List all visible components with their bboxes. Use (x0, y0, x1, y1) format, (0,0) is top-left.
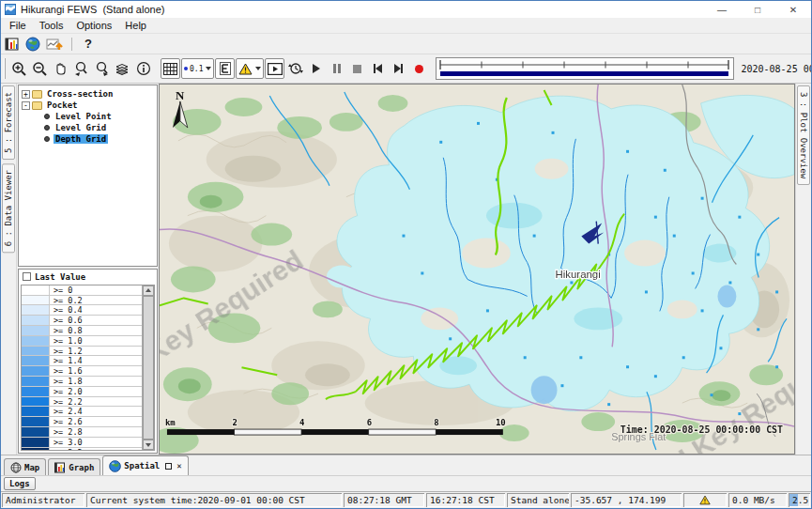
interval-dot-icon (184, 67, 188, 70)
tab-data-viewer[interactable]: 6 : Data Viewer (2, 163, 15, 253)
warnings-dropdown[interactable] (236, 58, 264, 79)
tab-plot-overview[interactable]: 3 : Plot Overview (797, 85, 810, 185)
tab-graph[interactable]: Graph (48, 458, 100, 475)
legend-swatch (22, 305, 50, 315)
close-button[interactable]: ✕ (775, 1, 811, 18)
layer-bullet-icon (44, 136, 50, 142)
status-warning-cell (683, 493, 727, 507)
explorer-icon[interactable] (5, 37, 20, 52)
elevation-labels-button[interactable] (215, 58, 235, 79)
play-button[interactable] (306, 58, 326, 79)
tree-node-label[interactable]: Level Grid (54, 123, 108, 132)
menu-file[interactable]: File (3, 18, 33, 33)
maximize-button[interactable]: □ (740, 1, 775, 18)
status-bar: Administrator Current system time:2020-0… (1, 491, 811, 508)
contour-interval-dropdown[interactable]: 0.1 (181, 58, 214, 79)
window-title: Hikurangi FEWS (Stand alone) (21, 4, 164, 15)
skip-to-end-button[interactable] (389, 58, 408, 79)
help-button[interactable]: ? (81, 37, 96, 51)
menu-options[interactable]: Options (69, 18, 118, 33)
tree-node-label[interactable]: Cross-section (45, 89, 115, 99)
legend-swatch (22, 336, 50, 346)
tab-close-icon[interactable]: ✕ (176, 461, 181, 470)
legend-swatch (22, 366, 50, 376)
legend-row: >= 1.4 (22, 356, 142, 366)
minimize-button[interactable]: — (704, 1, 740, 18)
interval-value: 0.1 (190, 65, 203, 73)
tab-map-label: Map (24, 463, 39, 472)
stop-button[interactable] (347, 58, 367, 79)
tree-node-cross-section[interactable]: + Cross-section (22, 88, 157, 100)
info-button[interactable] (133, 58, 153, 79)
map-view[interactable]: API Key Required API Key Required N Hiku… (159, 84, 795, 455)
svg-text:km: km (165, 418, 176, 427)
scroll-down-icon[interactable] (143, 440, 154, 450)
map-toolbar: 0.1 (1, 54, 811, 84)
legend-swatch (22, 296, 50, 305)
tab-spatial[interactable]: Spatial ✕ (102, 455, 188, 475)
tree-node-label[interactable]: Depth Grid (54, 134, 108, 144)
status-mode: Stand alone (507, 493, 569, 507)
tree-expander-icon[interactable]: - (22, 101, 30, 110)
legend-row: >= 1.0 (22, 336, 142, 347)
grid-display-button[interactable] (161, 58, 180, 79)
status-system-time: Current system time:2020-09-01 00:00 CST (86, 493, 342, 507)
right-tab-strip: 3 : Plot Overview (795, 84, 811, 455)
scroll-up-icon[interactable] (143, 285, 154, 296)
toolbar-grip[interactable] (4, 58, 6, 79)
status-coordinates: -35.657 , 174.199 (571, 493, 682, 507)
tab-restore-icon[interactable] (165, 463, 172, 470)
wireframe-globe-icon (10, 462, 22, 473)
tree-node-label[interactable]: Pocket (45, 100, 80, 110)
last-value-checkbox[interactable] (23, 272, 31, 281)
zoom-next-button[interactable] (92, 58, 112, 79)
spatial-globe-icon (109, 460, 121, 472)
legend-panel: Last Value >= 0 >= 0.2 >= 0.4 >= 0.6 >= … (18, 269, 158, 454)
menu-help[interactable]: Help (118, 18, 153, 33)
status-local-time: 16:27:18 CST (426, 493, 505, 507)
tree-node-depth-grid[interactable]: Depth Grid (22, 133, 157, 145)
tree-node-pocket[interactable]: - Pocket (22, 100, 157, 111)
legend-row: >= 2.4 (22, 407, 142, 417)
record-button[interactable] (409, 58, 429, 79)
bottom-tab-bar: Map Graph Spatial ✕ (1, 455, 811, 475)
tree-expander-icon[interactable]: + (22, 90, 30, 99)
svg-text:10: 10 (496, 418, 506, 427)
legend-swatch (22, 285, 50, 295)
svg-text:8: 8 (434, 418, 438, 427)
last-value-label: Last Value (35, 272, 85, 282)
svg-text:2: 2 (233, 418, 237, 427)
zoom-out-button[interactable] (30, 58, 50, 79)
zoom-in-button[interactable] (9, 58, 29, 79)
logs-button[interactable]: Logs (4, 477, 36, 490)
status-memory-gauge: 2.5 GB (789, 493, 810, 507)
legend-row: >= 0.2 (22, 296, 142, 306)
menu-tools[interactable]: Tools (33, 18, 70, 33)
time-settings-button[interactable] (285, 58, 305, 79)
warning-icon (699, 495, 711, 505)
timeseries-chart-icon[interactable] (46, 37, 63, 52)
tree-node-level-grid[interactable]: Level Grid (22, 122, 157, 133)
animation-button[interactable] (265, 58, 284, 79)
time-slider[interactable] (436, 57, 734, 80)
status-network-speed: 0.0 MB/s (728, 493, 787, 507)
pause-button[interactable] (327, 58, 346, 79)
tab-forecast[interactable]: 5 : Forecast (2, 85, 15, 160)
map-display-globe-icon[interactable] (25, 37, 40, 52)
layers-button[interactable] (113, 58, 132, 79)
skip-to-start-button[interactable] (368, 58, 388, 79)
legend-row: >= 2.8 (22, 427, 142, 438)
tree-node-label[interactable]: Level Point (54, 112, 114, 121)
scrollbar-thumb[interactable] (143, 296, 154, 440)
pan-hand-button[interactable] (51, 58, 70, 79)
legend-row: >= 0.8 (22, 326, 142, 336)
zoom-previous-button[interactable] (71, 58, 91, 79)
tab-map[interactable]: Map (4, 458, 46, 475)
legend-swatch (22, 377, 50, 386)
legend-row: >= 0.4 (22, 305, 142, 316)
legend-swatch (22, 427, 50, 437)
data-viewer-panel: + Cross-section - Pocket Level Point Lev… (17, 84, 159, 455)
legend-row: >= 1.2 (22, 347, 142, 357)
legend-scrollbar[interactable] (142, 285, 154, 450)
tree-node-level-point[interactable]: Level Point (22, 111, 157, 122)
